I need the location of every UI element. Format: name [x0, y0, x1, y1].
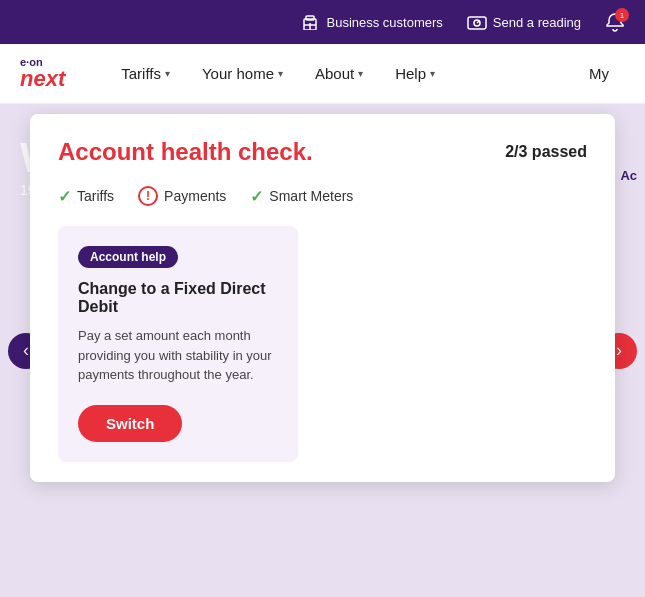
logo: e·on next	[20, 57, 65, 90]
health-item-smart-meters-label: Smart Meters	[269, 188, 353, 204]
notification-bell[interactable]: 1	[605, 12, 625, 32]
health-item-tariffs: ✓ Tariffs	[58, 187, 114, 206]
notification-count: 1	[615, 8, 629, 22]
logo-next: next	[20, 68, 65, 90]
inner-card: Account help Change to a Fixed Direct De…	[58, 226, 298, 462]
account-help-badge: Account help	[78, 246, 178, 268]
switch-button[interactable]: Switch	[78, 405, 182, 442]
nav-tariffs[interactable]: Tariffs ▾	[105, 44, 186, 104]
check-icon: ✓	[250, 187, 263, 206]
health-check-title: Account health check.	[58, 138, 313, 166]
health-check-card: Account health check. 2/3 passed ✓ Tarif…	[30, 114, 615, 482]
chevron-down-icon: ▾	[430, 68, 435, 79]
warning-icon: !	[138, 186, 158, 206]
svg-line-6	[477, 21, 479, 23]
meter-icon	[467, 12, 487, 32]
nav-help[interactable]: Help ▾	[379, 44, 451, 104]
send-reading-label: Send a reading	[493, 15, 581, 30]
nav-items: Tariffs ▾ Your home ▾ About ▾ Help ▾ My	[105, 44, 625, 104]
send-reading-link[interactable]: Send a reading	[467, 12, 581, 32]
main-content: We 192 G Ac ‹ › Account health check. 2/…	[0, 104, 645, 597]
business-customers-label: Business customers	[326, 15, 442, 30]
health-item-smart-meters: ✓ Smart Meters	[250, 187, 353, 206]
chevron-right-icon: ›	[616, 340, 622, 361]
account-link: Ac	[612, 164, 645, 187]
check-icon: ✓	[58, 187, 71, 206]
nav-about[interactable]: About ▾	[299, 44, 379, 104]
inner-card-description: Pay a set amount each month providing yo…	[78, 326, 278, 385]
chevron-left-icon: ‹	[23, 340, 29, 361]
nav-my[interactable]: My	[573, 44, 625, 104]
business-icon	[300, 12, 320, 32]
health-item-payments: ! Payments	[138, 186, 226, 206]
nav-bar: e·on next Tariffs ▾ Your home ▾ About ▾ …	[0, 44, 645, 104]
top-bar: Business customers Send a reading 1	[0, 0, 645, 44]
svg-rect-1	[306, 16, 314, 20]
health-check-items: ✓ Tariffs ! Payments ✓ Smart Meters	[58, 186, 587, 206]
nav-your-home[interactable]: Your home ▾	[186, 44, 299, 104]
chevron-down-icon: ▾	[165, 68, 170, 79]
health-check-header: Account health check. 2/3 passed	[58, 138, 587, 166]
health-item-tariffs-label: Tariffs	[77, 188, 114, 204]
health-item-payments-label: Payments	[164, 188, 226, 204]
chevron-down-icon: ▾	[358, 68, 363, 79]
chevron-down-icon: ▾	[278, 68, 283, 79]
business-customers-link[interactable]: Business customers	[300, 12, 442, 32]
inner-card-title: Change to a Fixed Direct Debit	[78, 280, 278, 316]
health-check-score: 2/3 passed	[505, 143, 587, 161]
